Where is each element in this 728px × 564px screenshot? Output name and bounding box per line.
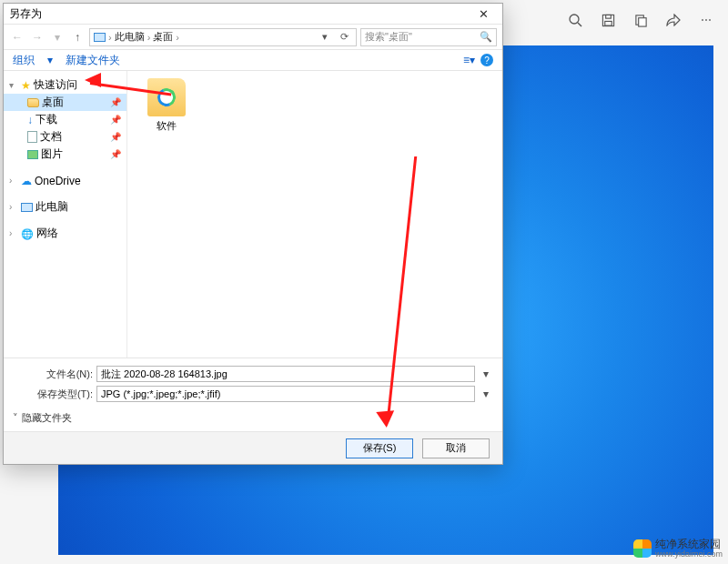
watermark: 纯净系统家园 www.yidaimei.com (633, 539, 723, 559)
chevron-down-icon[interactable]: ▾ (47, 54, 53, 66)
search-icon[interactable]: 🔍 (480, 31, 492, 43)
filetype-select[interactable]: JPG (*.jpg;*.jpeg;*.jpe;*.jfif) (96, 386, 475, 402)
sidebar-item-label: 网络 (36, 226, 58, 241)
dialog-nav: ← → ▾ ↑ › 此电脑 › 桌面 › ▾ ⟳ 搜索"桌面" 🔍 (4, 24, 502, 49)
dialog-fields: 文件名(N): 批注 2020-08-28 164813.jpg ▾ 保存类型(… (4, 358, 502, 404)
save-button[interactable]: 保存(S) (346, 438, 413, 458)
folder-icon (27, 98, 39, 107)
sidebar-item-label: 桌面 (42, 95, 64, 110)
svg-point-0 (570, 15, 579, 24)
sidebar-network[interactable]: › 网络 (4, 225, 126, 242)
chevron-right-icon: › (147, 32, 151, 43)
svg-rect-3 (605, 15, 611, 18)
organize-menu[interactable]: 组织 (13, 53, 35, 68)
sidebar-item-label: OneDrive (35, 175, 81, 187)
pin-icon: 📌 (110, 115, 121, 125)
chevron-right-icon: › (108, 32, 112, 43)
sidebar-item-pictures[interactable]: 图片 📌 (4, 146, 126, 163)
save-icon[interactable] (593, 5, 622, 35)
star-icon (21, 79, 31, 92)
chevron-right-icon: › (176, 32, 179, 43)
sidebar-onedrive[interactable]: › OneDrive (4, 172, 126, 189)
chevron-down-icon[interactable]: ▾ (479, 368, 493, 380)
dialog-titlebar: 另存为 ✕ (4, 4, 502, 24)
cancel-button[interactable]: 取消 (422, 438, 490, 458)
chevron-right-icon: › (9, 176, 18, 186)
search-placeholder: 搜索"桌面" (365, 30, 412, 44)
pc-icon (21, 203, 33, 212)
search-input[interactable]: 搜索"桌面" 🔍 (360, 28, 497, 46)
svg-line-1 (578, 23, 581, 26)
pin-icon: 📌 (110, 149, 121, 159)
sidebar-item-label: 快速访问 (34, 77, 77, 93)
nav-forward-icon[interactable]: → (29, 29, 46, 45)
copy-icon[interactable] (626, 5, 655, 35)
chevron-right-icon: › (9, 202, 18, 212)
more-icon[interactable]: ⋯ (692, 5, 721, 35)
chevron-down-icon[interactable]: ▾ (317, 29, 333, 45)
pc-icon (94, 33, 106, 42)
folder-tile[interactable]: 软件 (138, 78, 195, 133)
sidebar-item-label: 图片 (41, 146, 63, 162)
chevron-down-icon[interactable]: ▾ (479, 388, 493, 400)
filetype-label: 保存类型(T): (13, 388, 93, 401)
sidebar-item-label: 文档 (40, 129, 62, 145)
save-as-dialog: 另存为 ✕ ← → ▾ ↑ › 此电脑 › 桌面 › ▾ ⟳ 搜索"桌面" 🔍 … (3, 3, 503, 465)
chevron-down-icon: ▾ (9, 80, 18, 90)
sidebar-item-desktop[interactable]: 桌面 📌 (4, 94, 126, 111)
network-icon (21, 227, 34, 240)
sidebar-item-label: 下载 (35, 112, 57, 127)
svg-rect-4 (604, 21, 612, 25)
folder-icon (147, 78, 186, 116)
close-icon[interactable]: ✕ (470, 7, 497, 21)
help-icon[interactable]: ? (480, 54, 493, 66)
filename-input[interactable]: 批注 2020-08-28 164813.jpg (96, 366, 475, 382)
breadcrumb-leaf[interactable]: 桌面 (153, 30, 173, 44)
nav-back-icon[interactable]: ← (9, 29, 25, 45)
watermark-subtitle: www.yidaimei.com (655, 550, 723, 559)
browse-folders-toggle[interactable]: ˅ 隐藏文件夹 (4, 404, 502, 431)
nav-recent-icon[interactable]: ▾ (49, 29, 66, 45)
pin-icon: 📌 (110, 132, 121, 142)
refresh-icon[interactable]: ⟳ (336, 29, 352, 45)
dialog-title: 另存为 (9, 6, 470, 22)
watermark-title: 纯净系统家园 (655, 539, 723, 550)
sidebar-item-label: 此电脑 (35, 199, 68, 215)
breadcrumb[interactable]: › 此电脑 › 桌面 › ▾ ⟳ (89, 28, 357, 46)
nav-up-icon[interactable]: ↑ (69, 29, 86, 45)
zoom-icon[interactable] (561, 5, 590, 35)
dialog-toolbar: 组织 ▾ 新建文件夹 ≡▾ ? (4, 49, 502, 71)
sidebar-quick-access[interactable]: ▾ 快速访问 (4, 76, 126, 94)
breadcrumb-root[interactable]: 此电脑 (115, 30, 145, 44)
document-icon (27, 131, 37, 143)
chevron-right-icon: › (9, 228, 18, 238)
dialog-button-bar: 保存(S) 取消 (4, 431, 502, 464)
sidebar: ▾ 快速访问 桌面 📌 下载 📌 文档 📌 (4, 71, 127, 358)
watermark-logo-icon (633, 539, 652, 558)
folder-label: 软件 (157, 119, 177, 133)
new-folder-button[interactable]: 新建文件夹 (66, 53, 120, 68)
chevron-down-icon: ˅ (13, 412, 18, 424)
picture-icon (27, 150, 38, 159)
share-icon[interactable] (659, 5, 688, 35)
sidebar-this-pc[interactable]: › 此电脑 (4, 198, 126, 216)
pin-icon: 📌 (110, 97, 121, 107)
download-icon (27, 114, 33, 126)
hide-folders-label: 隐藏文件夹 (22, 411, 72, 425)
filename-label: 文件名(N): (13, 368, 93, 381)
sidebar-item-documents[interactable]: 文档 📌 (4, 128, 126, 146)
cloud-icon (21, 175, 32, 187)
view-options-icon[interactable]: ≡▾ (463, 54, 475, 66)
svg-rect-6 (638, 17, 645, 25)
file-list[interactable]: 软件 (127, 71, 502, 358)
sidebar-item-downloads[interactable]: 下载 📌 (4, 111, 126, 128)
